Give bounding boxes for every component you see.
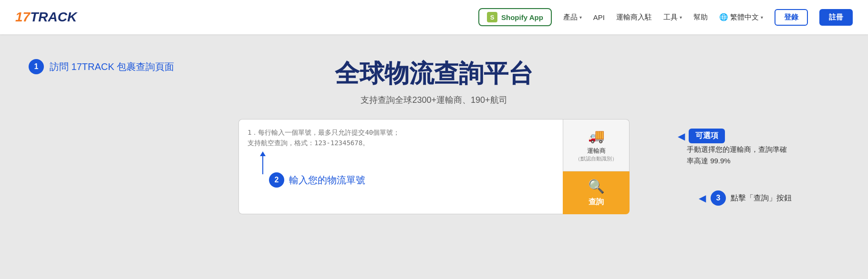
chevron-down-icon: ▾ bbox=[680, 15, 682, 20]
step1-circle: 1 bbox=[29, 59, 44, 74]
subtitle: 支持查詢全球2300+運輸商、190+航司 bbox=[335, 94, 533, 106]
logo-17: 17 bbox=[15, 10, 30, 25]
step2-label: 2 輸入您的物流單號 bbox=[269, 172, 365, 188]
main-title: 全球物流查詢平台 bbox=[335, 57, 533, 90]
left-arrow-icon: ◀ bbox=[699, 192, 706, 204]
nav-language[interactable]: 🌐 繁體中文 ▾ bbox=[719, 13, 763, 22]
search-icon: 🔍 bbox=[588, 179, 605, 194]
step3-circle: 3 bbox=[711, 190, 726, 206]
query-button[interactable]: 🔍 查詢 bbox=[563, 171, 630, 214]
shopify-icon: S bbox=[487, 12, 497, 22]
step3-annotation: ◀ 3 點擊「查詢」按鈕 bbox=[699, 190, 792, 206]
chevron-down-icon: ▾ bbox=[761, 15, 763, 20]
left-arrow-icon: ◀ bbox=[678, 130, 685, 142]
carrier-label: 運輸商 bbox=[575, 147, 617, 155]
register-button[interactable]: 註冊 bbox=[819, 9, 853, 26]
nav-carrier[interactable]: 運輸商入駐 bbox=[616, 13, 652, 22]
logo[interactable]: 17 TRACK bbox=[15, 10, 77, 25]
step2-arrow bbox=[262, 155, 263, 174]
query-label: 查詢 bbox=[589, 197, 604, 207]
optional-badge: 可選項 bbox=[689, 129, 725, 143]
up-arrow-icon bbox=[262, 155, 263, 174]
chevron-down-icon: ▾ bbox=[579, 15, 582, 20]
step2-text: 輸入您的物流單號 bbox=[289, 174, 365, 187]
optional-annotation: ◀ 可選項 bbox=[678, 129, 725, 143]
step1-text: 訪問 17TRACK 包裹查詢頁面 bbox=[50, 60, 174, 73]
logo-track: TRACK bbox=[30, 10, 77, 25]
step2-annotation: 2 輸入您的物流單號 bbox=[262, 155, 365, 188]
carrier-sublabel: （默認自動識別） bbox=[575, 155, 617, 162]
nav-api[interactable]: API bbox=[593, 13, 605, 21]
step1-annotation: 1 訪問 17TRACK 包裹查詢頁面 bbox=[29, 59, 174, 74]
shopify-label: Shopify App bbox=[501, 13, 543, 21]
nav-tools[interactable]: 工具 ▾ bbox=[663, 13, 682, 22]
nav-products[interactable]: 產品 ▾ bbox=[563, 13, 582, 22]
shopify-app-button[interactable]: S Shopify App bbox=[478, 8, 552, 26]
right-panel: 🚚 運輸商 （默認自動識別） 🔍 查詢 bbox=[563, 119, 630, 214]
search-area-wrapper: 🚚 運輸商 （默認自動識別） 🔍 查詢 2 輸入您的物流單號 bbox=[238, 119, 630, 214]
header: 17 TRACK S Shopify App 產品 ▾ API 運輸商入駐 工具… bbox=[0, 0, 868, 34]
nav-help[interactable]: 幫助 bbox=[693, 13, 708, 22]
main-content: 1 訪問 17TRACK 包裹查詢頁面 全球物流查詢平台 支持查詢全球2300+… bbox=[0, 34, 868, 237]
step2-circle: 2 bbox=[269, 172, 284, 188]
truck-icon: 🚚 bbox=[588, 128, 605, 144]
step3-text: 點擊「查詢」按鈕 bbox=[731, 193, 792, 203]
carrier-button[interactable]: 🚚 運輸商 （默認自動識別） bbox=[563, 119, 630, 171]
login-button[interactable]: 登錄 bbox=[775, 9, 808, 26]
optional-desc: 手動選擇您的運輸商，查詢準確率高達 99.9% bbox=[687, 144, 792, 167]
header-nav: S Shopify App 產品 ▾ API 運輸商入駐 工具 ▾ 幫助 🌐 繁… bbox=[478, 8, 853, 26]
title-section: 全球物流查詢平台 支持查詢全球2300+運輸商、190+航司 bbox=[335, 57, 533, 106]
globe-icon: 🌐 bbox=[719, 13, 728, 21]
